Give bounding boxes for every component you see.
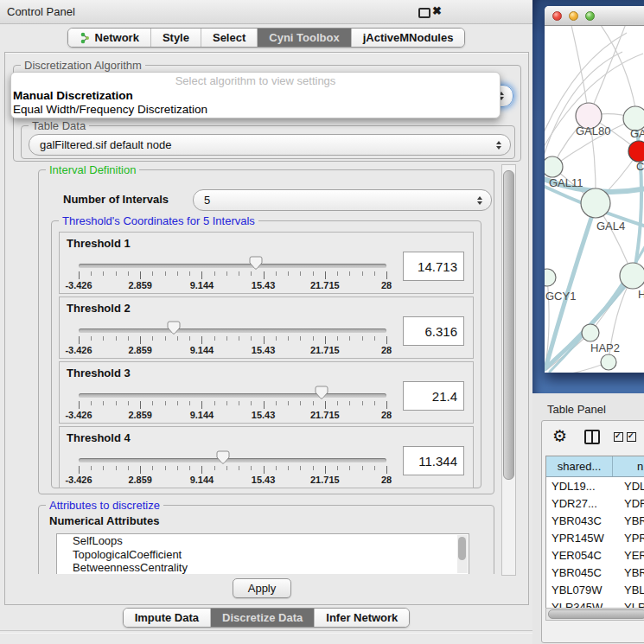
- slider-scale-label: 28: [381, 410, 392, 420]
- table-hscrollbar[interactable]: [545, 608, 644, 621]
- columns-icon[interactable]: [584, 430, 600, 444]
- node-h[interactable]: [620, 263, 644, 289]
- table-row[interactable]: YDR27... YDR2: [546, 494, 644, 512]
- slider-track[interactable]: [79, 393, 386, 398]
- slider-scale: -3.4262.8599.14415.4321.71528: [79, 280, 386, 290]
- node-label: C: [636, 160, 644, 173]
- attribute-list-item[interactable]: BetweennessCentrality: [57, 561, 469, 574]
- attribute-list-item[interactable]: SelfLoops: [57, 534, 469, 548]
- tab-impute-data[interactable]: Impute Data: [124, 609, 210, 627]
- slider-thumb[interactable]: [167, 321, 181, 335]
- node-label: GA: [630, 127, 644, 140]
- threshold-value-box[interactable]: 11.344: [403, 446, 464, 475]
- node-label: GCY1: [545, 290, 576, 303]
- table-row[interactable]: YPR145W YPR1: [546, 529, 644, 546]
- threshold-panel: Threshold 3 -3.4262.8599.14415.4321.7152…: [59, 361, 474, 424]
- table-row[interactable]: YDL19... YDL1: [546, 477, 644, 494]
- node-label: H: [638, 288, 644, 301]
- network-canvas[interactable]: GAL80 GA C GAL11 GAL4 GCY1 H HAP2: [545, 26, 644, 373]
- close-icon[interactable]: ✖: [432, 4, 442, 17]
- apply-button[interactable]: Apply: [233, 578, 291, 598]
- slider-thumb[interactable]: [216, 450, 230, 465]
- interval-definition-group: Interval Definition Number of Intervals …: [38, 169, 494, 494]
- slider-thumb[interactable]: [315, 386, 328, 400]
- slider-thumb[interactable]: [249, 256, 263, 271]
- slider-scale-label: 28: [381, 475, 392, 485]
- dropdown-hint: Select algorithm to view settings: [11, 74, 500, 88]
- numerical-attributes-list[interactable]: SelfLoopsTopologicalCoefficientBetweenne…: [56, 533, 469, 574]
- threshold-value-box[interactable]: 14.713: [403, 252, 464, 281]
- threshold-slider[interactable]: -3.4262.8599.14415.4321.71528: [79, 260, 386, 291]
- float-window-icon[interactable]: [418, 8, 430, 18]
- threshold-value-box[interactable]: 21.4: [403, 381, 464, 411]
- control-panel: Control Panel ✖ Network Style Select Cyn…: [0, 0, 533, 644]
- minimize-traffic-light-icon[interactable]: [569, 11, 578, 21]
- table-row[interactable]: YER054C YER0: [546, 546, 644, 564]
- scrollbar-thumb[interactable]: [503, 170, 514, 480]
- table-row[interactable]: YBR045C YBR0: [546, 564, 644, 581]
- threshold-slider[interactable]: -3.4262.8599.14415.4321.71528: [79, 455, 386, 486]
- tab-network[interactable]: Network: [68, 29, 150, 47]
- node-gal4[interactable]: [581, 188, 610, 218]
- node-hap2[interactable]: [582, 324, 599, 341]
- slider-scale-label: 15.43: [252, 410, 276, 420]
- node-label: GAL80: [576, 124, 610, 137]
- zoom-traffic-light-icon[interactable]: [585, 11, 595, 21]
- tab-style[interactable]: Style: [150, 29, 201, 47]
- threshold-value-box[interactable]: 6.316: [403, 316, 464, 346]
- slider-track[interactable]: [79, 264, 386, 268]
- checkbox-icon[interactable]: ✓: [627, 432, 636, 442]
- node-gcy1[interactable]: [545, 269, 556, 286]
- combo-arrows-icon: [496, 141, 501, 150]
- thresholds-group: Threshold's Coordinates for 5 Intervals …: [51, 220, 481, 488]
- tab-infer-network[interactable]: Infer Network: [314, 609, 409, 627]
- top-tabbar: Network Style Select Cyni Toolbox jActiv…: [0, 28, 532, 48]
- tab-label: Network: [95, 31, 139, 44]
- table-row[interactable]: YBR043C YBR0: [546, 512, 644, 529]
- number-of-intervals-combo[interactable]: 5: [193, 189, 492, 211]
- threshold-label: Threshold 2: [67, 302, 131, 315]
- threshold-panel: Threshold 4 -3.4262.8599.14415.4321.7152…: [59, 426, 474, 488]
- tab-cyni-toolbox[interactable]: Cyni Toolbox: [257, 29, 350, 47]
- table-data-combo[interactable]: galFiltered.sif default node: [29, 134, 511, 156]
- tab-discretize-data[interactable]: Discretize Data: [210, 609, 314, 627]
- scrollbar-thumb[interactable]: [548, 609, 644, 619]
- slider-track[interactable]: [79, 328, 386, 333]
- slider-scale: -3.4262.8599.14415.4321.71528: [79, 410, 386, 420]
- algorithm-dropdown-popup: Select algorithm to view settings Manual…: [10, 72, 501, 118]
- attribute-list-item[interactable]: TopologicalCoefficient: [57, 548, 469, 562]
- slider-track[interactable]: [79, 458, 386, 462]
- slider-scale-label: 2.859: [128, 345, 152, 355]
- slider-ticks: [79, 466, 387, 474]
- threshold-label: Threshold 3: [67, 367, 131, 379]
- slider-scale-label: 15.43: [252, 475, 276, 485]
- slider-scale-label: 9.144: [190, 280, 214, 290]
- node-bottom[interactable]: [601, 354, 616, 370]
- scrollbar-thumb[interactable]: [458, 537, 466, 560]
- panel-scrollbar[interactable]: [501, 164, 516, 576]
- gear-icon[interactable]: ⚙: [552, 421, 567, 452]
- threshold-label: Threshold 1: [67, 237, 131, 250]
- table-body: YDL19... YDL1 YDR27... YDR2 YBR043C YBR0…: [546, 477, 644, 609]
- threshold-slider[interactable]: -3.4262.8599.14415.4321.71528: [79, 390, 386, 421]
- dropdown-option-manual[interactable]: Manual Discretization: [11, 88, 500, 103]
- table-toolbar: ⚙ ✓ ✓: [542, 421, 644, 452]
- network-window-titlebar: [545, 6, 644, 26]
- tab-jactivemnodules[interactable]: jActiveMNodules: [351, 29, 465, 47]
- column-header-name[interactable]: n...: [613, 456, 644, 476]
- column-header-shared[interactable]: shared...: [546, 456, 613, 476]
- table-row[interactable]: YBL079W YBL0: [546, 581, 644, 598]
- dropdown-option-equal-width[interactable]: Equal Width/Frequency Discretization: [11, 103, 500, 117]
- threshold-slider[interactable]: -3.4262.8599.14415.4321.71528: [79, 325, 386, 356]
- slider-scale-label: 21.715: [310, 280, 340, 290]
- node-label: GAL11: [549, 176, 583, 189]
- slider-scale-label: 21.715: [310, 345, 340, 355]
- node-red-selected[interactable]: [628, 141, 644, 162]
- list-scrollbar[interactable]: [457, 535, 468, 573]
- node-gal11[interactable]: [545, 156, 563, 177]
- close-traffic-light-icon[interactable]: [552, 11, 562, 21]
- tab-select[interactable]: Select: [201, 29, 257, 47]
- checkbox-icon[interactable]: ✓: [614, 432, 623, 442]
- table-data-value: galFiltered.sif default node: [40, 138, 171, 151]
- slider-scale-label: 9.144: [190, 345, 214, 355]
